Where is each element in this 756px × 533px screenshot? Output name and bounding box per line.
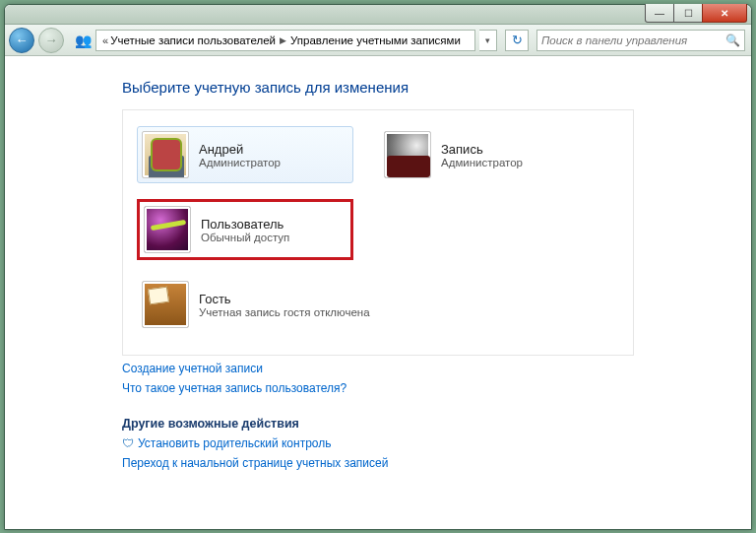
chevron-right-icon: ▶ (280, 35, 286, 45)
titlebar[interactable]: — ☐ ✕ (5, 5, 751, 25)
search-input[interactable] (541, 34, 725, 46)
close-button[interactable]: ✕ (702, 4, 747, 23)
breadcrumb-level2[interactable]: Управление учетными записями (290, 34, 461, 46)
avatar-disc-icon (384, 131, 431, 178)
account-role: Учетная запись гостя отключена (199, 306, 370, 318)
avatar-sphere-icon (144, 206, 191, 253)
breadcrumb-dropdown[interactable]: ▾ (479, 30, 497, 51)
window-controls: — ☐ ✕ (646, 4, 747, 23)
arrow-left-icon: ← (16, 33, 29, 47)
account-name: Гость (199, 292, 370, 306)
page-heading: Выберите учетную запись для изменения (122, 79, 750, 96)
arrow-right-icon: → (45, 33, 58, 47)
avatar-suitcase-icon (142, 281, 189, 328)
account-tile-polzovatel[interactable]: Пользователь Обычный доступ (137, 199, 353, 260)
refresh-button[interactable]: ↻ (505, 30, 529, 51)
other-actions-heading: Другие возможные действия (122, 417, 750, 431)
account-role: Обычный доступ (201, 232, 289, 243)
control-panel-window: — ☐ ✕ ← → 👥 « Учетные записи пользовател… (4, 4, 752, 530)
minimize-button[interactable]: — (645, 4, 674, 23)
search-box[interactable]: 🔍 (536, 30, 745, 51)
account-tile-zapis[interactable]: Запись Администратор (379, 126, 596, 183)
content-area: Выберите учетную запись для изменения Ан… (6, 57, 750, 528)
users-icon: 👥 (74, 32, 92, 49)
account-tile-andrey[interactable]: Андрей Администратор (137, 126, 353, 183)
link-create-account[interactable]: Создание учетной записи (122, 362, 750, 375)
forward-button[interactable]: → (38, 28, 64, 53)
accounts-panel: Андрей Администратор Запись Администрато… (122, 109, 634, 356)
account-role: Администратор (441, 157, 523, 168)
account-name: Андрей (199, 142, 281, 157)
link-parental-controls[interactable]: Установить родительский контроль (122, 436, 750, 450)
account-tile-guest[interactable]: Гость Учетная запись гостя отключена (137, 276, 432, 333)
link-what-is-account[interactable]: Что такое учетная запись пользователя? (122, 381, 750, 395)
avatar-robot-icon (142, 131, 189, 178)
account-name: Пользователь (201, 217, 289, 232)
breadcrumb-level1[interactable]: Учетные записи пользователей (110, 34, 276, 46)
chevrons-icon: « (102, 34, 108, 46)
breadcrumb[interactable]: « Учетные записи пользователей ▶ Управле… (95, 30, 475, 51)
navigation-bar: ← → 👥 « Учетные записи пользователей ▶ У… (5, 25, 751, 56)
maximize-button[interactable]: ☐ (673, 4, 703, 23)
back-button[interactable]: ← (9, 28, 34, 53)
chevron-down-icon: ▾ (485, 35, 490, 45)
account-name: Запись (441, 142, 523, 157)
link-accounts-home[interactable]: Переход к начальной странице учетных зап… (122, 456, 750, 470)
refresh-icon: ↻ (512, 33, 523, 47)
account-role: Администратор (199, 157, 281, 168)
search-icon: 🔍 (725, 33, 740, 47)
